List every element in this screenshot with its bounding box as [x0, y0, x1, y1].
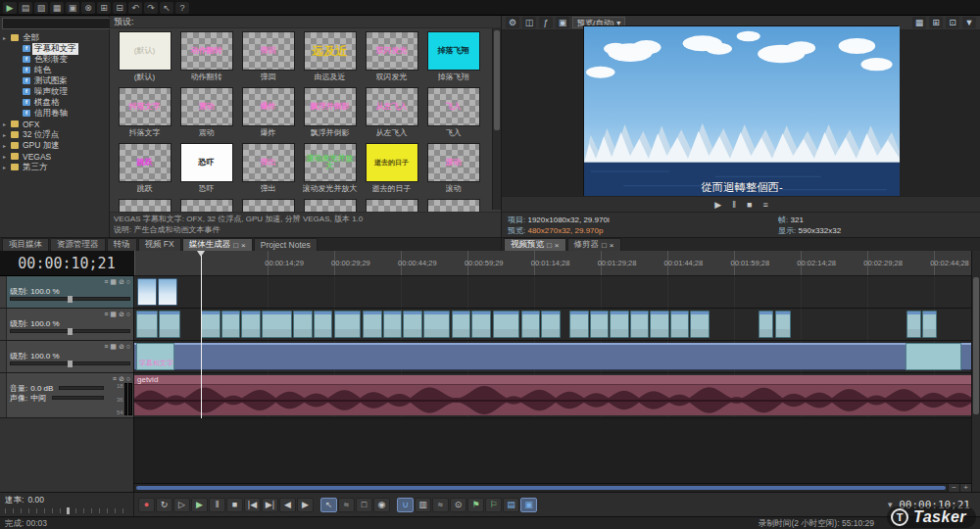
video-event-clip[interactable] — [590, 311, 610, 338]
video-event-clip[interactable] — [403, 311, 422, 338]
video-track-3-lane[interactable]: getvid 字幕和文字 — [134, 341, 971, 373]
rate-control[interactable]: 速率:0.00 — [0, 493, 134, 516]
mute-icon[interactable]: ⊘ — [119, 374, 124, 383]
video-event-clip[interactable] — [452, 311, 471, 338]
level-slider[interactable] — [10, 361, 130, 365]
preset-14[interactable]: 弹出弹出 — [237, 143, 299, 199]
dock-tab-2[interactable]: 转场 — [107, 238, 137, 251]
go-to-end-button[interactable]: ▶| — [262, 498, 278, 512]
video-event-clip[interactable] — [423, 311, 450, 338]
mute-icon[interactable]: ⊘ — [119, 310, 124, 318]
insert-marker-button[interactable]: ⚑ — [467, 498, 484, 512]
video-event-clip[interactable] — [201, 311, 220, 338]
master-bus-button[interactable]: ▣ — [520, 498, 537, 512]
insert-region-button[interactable]: ⚐ — [485, 498, 502, 512]
dock-tab-1[interactable]: 资源管理器 — [50, 238, 106, 251]
play-button[interactable]: ▶ — [191, 498, 208, 512]
preset-3[interactable]: 远及近由远及近 — [299, 31, 361, 87]
track-list-icon[interactable]: ≡ — [104, 310, 108, 318]
preset-19[interactable]: 自上滑落自上滑落 — [175, 199, 237, 212]
preset-16[interactable]: 逝去的日子逝去的日子 — [361, 143, 422, 199]
preset-6[interactable]: 抖落文字抖落文字 — [114, 87, 175, 143]
volume-slider[interactable] — [59, 386, 104, 390]
help-icon[interactable]: ? — [175, 2, 189, 14]
tree-item-11[interactable]: ▸VEGAS — [0, 151, 109, 162]
solo-icon[interactable]: ○ — [126, 277, 130, 286]
track-grab-handle[interactable] — [0, 276, 7, 308]
dock-tab-3[interactable]: 视频 FX — [138, 238, 181, 251]
audio-waveform[interactable] — [134, 385, 971, 415]
float-tab-button[interactable]: □ — [547, 241, 552, 250]
pause-button[interactable]: ‖ — [209, 498, 225, 512]
stop-button[interactable]: ■ — [226, 498, 243, 512]
tree-item-2[interactable]: f色彩渐变 — [0, 54, 109, 65]
new-project-icon[interactable]: ▤ — [19, 2, 32, 14]
envelope-tool-button[interactable]: ≈ — [338, 498, 355, 512]
preset-13[interactable]: 恐吓恐吓 — [175, 143, 237, 199]
normal-edit-tool-button[interactable]: ↖ — [320, 498, 337, 512]
zoom-in-button[interactable]: + — [959, 484, 971, 492]
video-event-clip[interactable] — [471, 311, 491, 338]
quantize-frames-button[interactable]: ▥ — [415, 498, 431, 512]
track-grab-handle[interactable] — [0, 373, 7, 417]
close-tab-button[interactable]: × — [555, 241, 560, 250]
tree-item-7[interactable]: f信用卷轴 — [0, 108, 109, 119]
video-track-1-lane[interactable] — [134, 276, 971, 309]
getvid-audio-event-header[interactable]: getvid — [134, 375, 971, 385]
getvid-video-event[interactable]: getvid — [134, 343, 971, 370]
go-to-start-button[interactable]: |◀ — [244, 498, 261, 512]
timeline-time-display[interactable]: 00:00:10;21 — [0, 251, 133, 276]
preview-pause-button[interactable]: ‖ — [732, 200, 735, 210]
tree-item-8[interactable]: ▸OFX — [0, 119, 109, 129]
track-grab-handle[interactable] — [0, 341, 7, 372]
track-header-2[interactable]: ≡▦⊘○ 级别:100.0 % — [0, 309, 133, 341]
video-event-clip[interactable] — [630, 311, 650, 338]
search-input[interactable] — [2, 18, 116, 29]
tree-item-10[interactable]: ▸GPU 加速 — [0, 140, 109, 151]
overlay-grid-button[interactable]: ▦ — [912, 17, 926, 28]
video-event-clip[interactable] — [690, 311, 710, 338]
preview-menu-button[interactable]: ≡ — [762, 200, 766, 210]
close-tab-button[interactable]: × — [610, 241, 614, 250]
preset-15[interactable]: 滚动发光并放大滚动发光并放大 — [299, 143, 361, 199]
video-fx-button[interactable]: ƒ — [539, 17, 553, 28]
snapping-button[interactable]: ∪ — [397, 498, 414, 512]
cut-icon[interactable]: ⊗ — [81, 2, 95, 14]
video-event-clip[interactable] — [334, 311, 361, 338]
float-tab-button[interactable]: □ — [233, 241, 238, 250]
tree-item-12[interactable]: ▸第三方 — [0, 162, 109, 172]
dock-tab-0[interactable]: 项目媒体 — [2, 238, 49, 251]
video-event-clip[interactable] — [569, 311, 589, 338]
title-media-clip[interactable] — [158, 278, 177, 306]
level-slider[interactable] — [10, 329, 130, 333]
redo-icon[interactable]: ↷ — [144, 2, 158, 14]
timeline-vertical-scrollbar[interactable] — [971, 251, 980, 492]
track-list-icon[interactable]: ≡ — [104, 342, 108, 351]
preset-4[interactable]: 双闪发光双闪发光 — [361, 31, 422, 87]
preset-7[interactable]: 震动震动 — [175, 87, 237, 143]
track-header-3[interactable]: ≡▦⊘○ 级别:100.0 % — [0, 341, 133, 373]
presets-scrollbar[interactable] — [492, 28, 501, 210]
record-button[interactable]: ● — [138, 498, 155, 512]
video-event-clip[interactable] — [383, 311, 403, 338]
tree-item-6[interactable]: f棋盘格 — [0, 97, 109, 108]
mute-icon[interactable]: ⊘ — [119, 342, 124, 351]
preset-20[interactable]: 向上滚动向上滚动 — [237, 199, 299, 212]
undo-icon[interactable]: ↶ — [128, 2, 142, 14]
preset-18[interactable]: 横滚横滚 — [114, 199, 175, 212]
preset-22[interactable]: 波浪波浪 — [361, 199, 422, 212]
compositing-icon[interactable]: ▦ — [110, 310, 117, 318]
compositing-icon[interactable]: ▦ — [110, 342, 117, 351]
level-slider[interactable] — [10, 297, 130, 301]
timeline-horizontal-scrollbar[interactable]: − + — [134, 483, 971, 492]
mixer-button[interactable]: ▤ — [503, 498, 519, 512]
preset-2[interactable]: 弹回弹回 — [237, 31, 299, 87]
project-properties-icon[interactable]: ▣ — [66, 2, 79, 14]
pan-slider[interactable] — [52, 396, 104, 400]
video-event-clip[interactable] — [241, 311, 261, 338]
preset-10[interactable]: 从左飞入从左飞入 — [361, 87, 422, 143]
video-event-clip[interactable] — [363, 311, 382, 338]
track-list-icon[interactable]: ≡ — [104, 277, 108, 286]
save-project-icon[interactable]: ▦ — [50, 2, 64, 14]
preset-11[interactable]: 飞入飞入 — [422, 87, 484, 143]
